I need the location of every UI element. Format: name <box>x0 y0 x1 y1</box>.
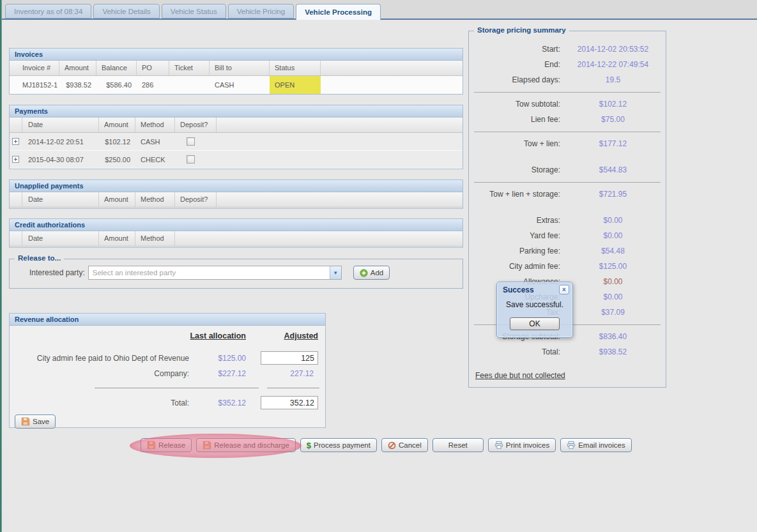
expand-row-icon[interactable] <box>12 138 19 145</box>
tow-subtotal-label: Tow subtotal: <box>469 100 560 109</box>
col-date[interactable]: Date <box>22 231 99 246</box>
tab-vehicle-status[interactable]: Vehicle Status <box>162 4 226 19</box>
invoice-number-cell: MJ18152-1 <box>10 81 59 89</box>
payments-header: Date Amount Method Deposit? <box>10 118 463 133</box>
col-method[interactable]: Method <box>135 118 175 132</box>
save-button[interactable]: Save <box>15 414 56 429</box>
lien-fee-value: $75.00 <box>560 115 666 124</box>
interested-party-placeholder: Select an interested party <box>89 269 330 277</box>
cancel-button-label: Cancel <box>399 441 422 449</box>
deposit-checkbox[interactable] <box>187 137 195 146</box>
yard-fee-value: $0.00 <box>560 231 666 240</box>
release-button-label: Release <box>158 441 185 449</box>
add-button-label: Add <box>371 269 383 277</box>
col-last-allocation[interactable]: Last allocation <box>189 331 246 340</box>
elapsed-days-value: 19.5 <box>560 75 666 84</box>
col-bill-to[interactable]: Bill to <box>210 61 270 75</box>
col-amount[interactable]: Amount <box>99 118 135 132</box>
printer-icon <box>494 441 503 450</box>
fees-due-link[interactable]: Fees due but not collected <box>475 371 565 380</box>
email-invoices-label: Email invoices <box>578 441 625 449</box>
col-deposit[interactable]: Deposit? <box>175 118 217 132</box>
window-left-edge <box>0 0 2 532</box>
payment-amount-cell: $102.12 <box>99 138 135 146</box>
extras-value: $0.00 <box>560 216 666 225</box>
payments-title: Payments <box>10 105 463 118</box>
col-method[interactable]: Method <box>135 231 175 246</box>
start-label: Start: <box>469 45 560 54</box>
col-amount[interactable]: Amount <box>59 61 96 75</box>
chevron-down-icon[interactable]: ▼ <box>330 266 341 279</box>
success-dialog: Success × Save successful. OK <box>496 282 573 338</box>
revenue-divider <box>10 388 325 388</box>
city-admin-fee-last-value: $125.00 <box>189 354 246 363</box>
release-and-discharge-label: Release and discharge <box>214 441 289 449</box>
save-icon <box>203 441 211 450</box>
add-icon <box>360 269 368 277</box>
invoice-status-badge: OPEN <box>270 76 321 94</box>
email-invoices-button[interactable]: Email invoices <box>560 438 632 452</box>
payment-row[interactable]: 2014-12-02 20:51 $102.12 CASH <box>10 133 463 151</box>
col-amount[interactable]: Amount <box>99 192 135 207</box>
yard-fee-label: Yard fee: <box>469 231 560 240</box>
company-label: Company: <box>10 369 189 378</box>
unapplied-payments-panel: Unapplied payments Date Amount Method De… <box>9 179 463 209</box>
city-admin-fee-adjusted-input[interactable] <box>261 351 318 365</box>
col-status[interactable]: Status <box>270 61 321 75</box>
close-icon[interactable]: × <box>559 285 569 294</box>
print-invoices-button[interactable]: Print invoices <box>488 438 556 452</box>
tow-lien-value: $177.12 <box>560 139 666 148</box>
city-admin-fee-value: $125.00 <box>560 262 666 271</box>
col-amount[interactable]: Amount <box>99 231 135 246</box>
tab-inventory[interactable]: Inventory as of 08:34 <box>5 4 91 19</box>
lien-fee-label: Lien fee: <box>469 115 560 124</box>
col-method[interactable]: Method <box>135 192 175 207</box>
invoice-po-cell: 286 <box>137 81 169 89</box>
invoice-amount-cell: $938.52 <box>59 81 96 89</box>
total-last-value: $352.12 <box>189 399 246 407</box>
tax-value: $37.09 <box>560 308 666 317</box>
col-po[interactable]: PO <box>137 61 169 75</box>
dollar-icon: $ <box>307 441 311 450</box>
storage-subtotal-value: $836.40 <box>560 332 666 341</box>
deposit-checkbox[interactable] <box>187 155 195 163</box>
col-date[interactable]: Date <box>22 192 99 207</box>
process-payment-label: Process payment <box>314 441 371 449</box>
invoices-header: Invoice # Amount Balance PO Ticket Bill … <box>10 61 463 76</box>
col-balance[interactable]: Balance <box>96 61 137 75</box>
reset-button[interactable]: Reset <box>432 438 484 452</box>
col-adjusted[interactable]: Adjusted <box>261 331 318 340</box>
interested-party-select[interactable]: Select an interested party ▼ <box>88 266 342 280</box>
tow-lien-storage-label: Tow + lien + storage: <box>469 190 560 199</box>
process-payment-button[interactable]: $ Process payment <box>300 438 377 452</box>
invoice-row[interactable]: MJ18152-1 $938.52 $586.40 286 CASH OPEN <box>10 76 463 94</box>
col-ticket[interactable]: Ticket <box>169 61 210 75</box>
ok-button[interactable]: OK <box>510 317 560 330</box>
col-date[interactable]: Date <box>22 118 99 132</box>
release-and-discharge-button[interactable]: Release and discharge <box>196 438 296 452</box>
tab-vehicle-details[interactable]: Vehicle Details <box>93 4 159 19</box>
save-icon <box>147 441 156 450</box>
allowance-value: $0.00 <box>560 277 666 286</box>
col-invoice-number[interactable]: Invoice # <box>10 61 59 75</box>
col-deposit[interactable]: Deposit? <box>175 192 217 207</box>
tow-lien-storage-value: $721.95 <box>560 190 666 199</box>
parking-fee-value: $54.48 <box>560 247 666 255</box>
expand-row-icon[interactable] <box>12 156 19 163</box>
payment-row[interactable]: 2015-04-30 08:07 $250.00 CHECK <box>10 151 463 169</box>
upcharge-value: $0.00 <box>560 293 666 301</box>
reset-button-label: Reset <box>448 441 468 449</box>
tab-vehicle-processing[interactable]: Vehicle Processing <box>296 4 381 20</box>
credit-authorizations-panel: Credit authorizations Date Amount Method <box>9 218 463 248</box>
invoices-title: Invoices <box>10 49 463 61</box>
interested-party-label: Interested party: <box>29 268 85 277</box>
cancel-icon <box>388 441 396 450</box>
release-button[interactable]: Release <box>141 438 192 452</box>
tab-vehicle-pricing[interactable]: Vehicle Pricing <box>228 4 294 19</box>
add-interested-party-button[interactable]: Add <box>353 266 390 280</box>
payment-date-cell: 2014-12-02 20:51 <box>22 138 99 146</box>
total-adjusted-input[interactable] <box>261 396 318 409</box>
cancel-button[interactable]: Cancel <box>381 438 428 452</box>
dialog-message: Save successful. <box>497 300 572 309</box>
dialog-title: Success <box>503 285 534 294</box>
